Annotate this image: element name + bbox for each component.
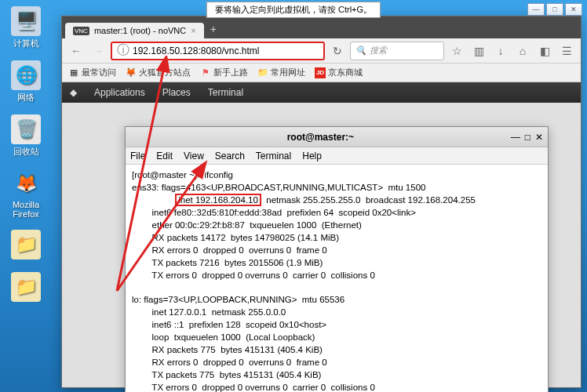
vm-tooltip: 要将输入定向到此虚拟机，请按 Ctrl+G。: [206, 2, 381, 18]
menu-places[interactable]: Places: [162, 87, 191, 98]
desktop-icons: 🖥️计算机 🌐网络 🗑️回收站 🦊Mozilla Firefox 📁 📁: [6, 6, 46, 303]
term-close-button[interactable]: ✕: [535, 132, 543, 143]
firefox-window: VNC master:1 (root) - noVNC × + ← → ⓘ ↻ …: [61, 16, 582, 388]
term-menu-search[interactable]: Search: [215, 151, 245, 162]
terminal-titlebar[interactable]: root@master:~ — □ ✕: [126, 127, 548, 147]
new-tab-button[interactable]: +: [204, 20, 223, 38]
desktop-icon-folder1[interactable]: 📁: [6, 230, 46, 261]
home-icon[interactable]: ⌂: [513, 42, 532, 60]
terminal-menubar: File Edit View Search Terminal Help: [126, 147, 548, 165]
bookmark-most-visited[interactable]: ▦最常访问: [68, 67, 116, 78]
library-icon[interactable]: ▥: [469, 42, 488, 60]
bookmark-star-icon[interactable]: ☆: [447, 42, 466, 60]
menu-icon[interactable]: ☰: [557, 42, 576, 60]
url-input[interactable]: [133, 45, 319, 56]
back-button[interactable]: ←: [67, 42, 86, 60]
forward-button[interactable]: →: [89, 42, 108, 60]
menu-applications[interactable]: Applications: [94, 87, 145, 98]
desktop-icon-recycle[interactable]: 🗑️回收站: [6, 114, 46, 158]
term-menu-help[interactable]: Help: [302, 151, 322, 162]
term-menu-file[interactable]: File: [130, 151, 145, 162]
bookmark-jd[interactable]: JD京东商城: [315, 67, 363, 78]
gnome-top-bar: ◆ Applications Places Terminal: [62, 82, 581, 103]
term-menu-terminal[interactable]: Terminal: [256, 151, 291, 162]
downloads-icon[interactable]: ↓: [491, 42, 510, 60]
vnc-icon: VNC: [73, 27, 89, 35]
flag-icon: ⚑: [200, 67, 211, 78]
desktop-icon-computer[interactable]: 🖥️计算机: [6, 6, 46, 49]
site-identity-icon[interactable]: ⓘ: [117, 42, 129, 59]
desktop-icon-network[interactable]: 🌐网络: [6, 60, 46, 103]
reload-button[interactable]: ↻: [328, 42, 347, 60]
sidebar-icon[interactable]: ◧: [535, 42, 554, 60]
bookmark-firefox-site[interactable]: 🦊火狐官方站点: [126, 67, 191, 78]
url-highlight-box: ⓘ: [111, 42, 325, 60]
terminal-title: root@master:~: [130, 132, 511, 143]
folder-icon: 📁: [257, 67, 268, 78]
grid-icon: ▦: [68, 67, 79, 78]
term-minimize-button[interactable]: —: [511, 132, 520, 143]
inet-highlight: inet 192.168.204.10: [175, 194, 261, 206]
jd-icon: JD: [315, 67, 326, 78]
search-box[interactable]: 🔍 搜索: [350, 42, 444, 60]
menu-terminal[interactable]: Terminal: [208, 87, 243, 98]
term-maximize-button[interactable]: □: [525, 132, 530, 143]
url-bar: ← → ⓘ ↻ 🔍 搜索 ☆ ▥ ↓ ⌂ ◧ ☰: [62, 38, 581, 64]
tab-novnc[interactable]: VNC master:1 (root) - noVNC ×: [65, 23, 204, 38]
terminal-output[interactable]: [root@master ~]# ifconfig ens33: flags=4…: [126, 165, 548, 392]
search-icon: 🔍: [355, 45, 366, 56]
vm-maximize-button[interactable]: □: [546, 3, 563, 16]
tab-bar: VNC master:1 (root) - noVNC × +: [62, 16, 581, 38]
bookmark-common[interactable]: 📁常用网址: [257, 67, 305, 78]
vnc-content: root@master:~ — □ ✕ File Edit View Searc…: [62, 103, 581, 387]
term-menu-edit[interactable]: Edit: [156, 151, 173, 162]
firefox-icon: 🦊: [126, 67, 137, 78]
vm-window-controls: — □ ✕: [527, 3, 582, 16]
vm-close-button[interactable]: ✕: [565, 3, 582, 16]
desktop-icon-folder2[interactable]: 📁: [6, 272, 46, 303]
bookmark-bar: ▦最常访问 🦊火狐官方站点 ⚑新手上路 📁常用网址 JD京东商城: [62, 64, 581, 82]
term-menu-view[interactable]: View: [184, 151, 204, 162]
activities-icon[interactable]: ◆: [70, 87, 77, 98]
terminal-window: root@master:~ — □ ✕ File Edit View Searc…: [125, 126, 549, 392]
tab-title: master:1 (root) - noVNC: [94, 26, 186, 35]
tab-close-icon[interactable]: ×: [191, 26, 195, 35]
vm-minimize-button[interactable]: —: [527, 3, 545, 16]
desktop-icon-firefox[interactable]: 🦊Mozilla Firefox: [6, 169, 46, 219]
bookmark-newbie[interactable]: ⚑新手上路: [200, 67, 248, 78]
